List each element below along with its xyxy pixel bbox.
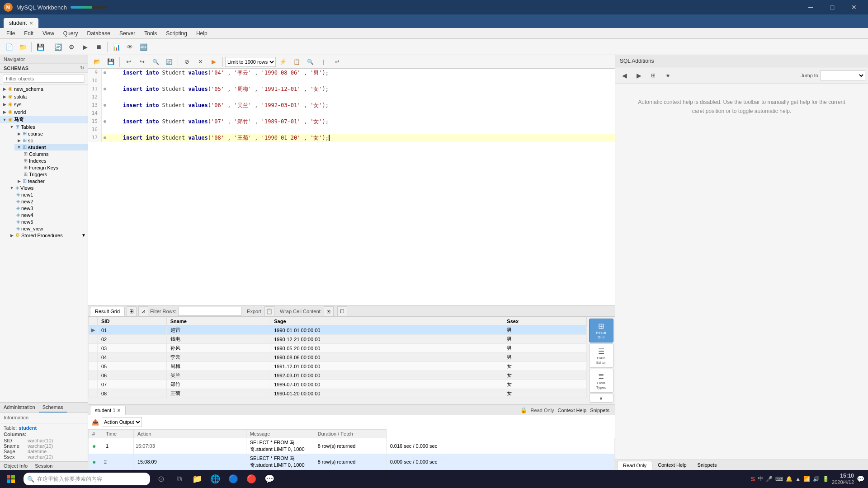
wrap-btn[interactable]: ⊡ [324,306,334,316]
stop-exec-btn[interactable]: ⊘ [180,56,193,68]
table-row[interactable]: ▶ 01 赵雷 1990-01-01 00:00:00 男 [89,326,587,335]
schema-new-schema[interactable]: ▶ ◉ new_schema [0,85,88,93]
search-btn[interactable]: 🔍 [149,56,162,68]
table-student[interactable]: ▼ ⊞ student [14,144,88,150]
view-new2[interactable]: ◈new2 [14,198,88,205]
table-row[interactable]: 08 王菊 1990-01-20 00:00:00 女 [89,389,587,398]
form-icon-btn[interactable]: ⊞ [127,306,137,316]
run-btn[interactable]: ▶ [79,41,91,53]
taskbar-action-center[interactable]: 💬 [857,475,864,483]
visual-btn[interactable]: 👁 [123,41,136,53]
wrap2-btn[interactable]: ↵ [331,56,344,68]
explain-btn[interactable]: 📊 [110,41,123,53]
explain2-btn[interactable]: 📋 [290,56,303,68]
taskbar-icon-edge[interactable]: 🌐 [206,470,224,488]
col-ssex[interactable]: Ssex [503,317,587,326]
refresh2-btn[interactable]: 🔄 [163,56,175,68]
table-row[interactable]: 02 钱电 1990-12-21 00:00:00 男 [89,335,587,344]
additions-star-btn[interactable]: ★ [661,69,674,82]
table-teacher[interactable]: ▶ ⊞ teacher [14,178,88,184]
start-button[interactable] [0,470,22,488]
limit-select[interactable]: Limit to 1000 rows [225,57,276,67]
indexes-node[interactable]: ⊞ Indexes [22,157,88,164]
student-tab-close[interactable]: ✕ [117,408,121,413]
menu-help[interactable]: Help [192,29,212,38]
sql-tab[interactable]: student ✕ [4,18,38,28]
form-editor-btn[interactable]: ☰ Form Editor [589,343,613,367]
table-row[interactable]: 07 郑竹 1989-07-01 00:00:00 女 [89,380,587,389]
export-btn[interactable]: 📋 [264,306,274,316]
taskbar-clock[interactable]: 15:10 2020/4/12 [832,473,854,485]
cancel-btn[interactable]: ✕ [194,56,207,68]
menu-tools[interactable]: Tools [140,29,161,38]
view-new3[interactable]: ◈new3 [14,205,88,211]
tables-node[interactable]: ▼ ⊞ Tables [7,123,88,130]
taskbar-icon-app1[interactable]: 🔴 [242,470,260,488]
more-btn[interactable]: ∨ [589,394,613,403]
menu-server[interactable]: Server [115,29,140,38]
table-course[interactable]: ▶ ⊞ course [14,130,88,137]
additions-read-only-tab[interactable]: Read Only [617,461,652,470]
filter-rows-input[interactable] [178,307,241,316]
table-row[interactable]: 06 吴兰 1992-03-01 00:00:00 女 [89,371,587,380]
menu-query[interactable]: Query [59,29,83,38]
snippets-tab[interactable]: Snippets [590,408,609,413]
taskbar-search[interactable]: 🔍 在这里输入你要搜索的内容 [24,473,150,485]
table-row[interactable]: 05 周梅 1991-12-01 00:00:00 女 [89,362,587,371]
schema-sakila[interactable]: ▶ ◉ sakila [0,93,88,100]
redo-btn[interactable]: ↪ [136,56,148,68]
columns-node[interactable]: ⊞ Columns [22,150,88,157]
taskbar-icon-up[interactable]: ▲ [795,476,801,482]
zoom-btn[interactable]: 🔍 [304,56,316,68]
filter-icon-btn[interactable]: ⊿ [138,306,148,316]
view-new1[interactable]: ◈new1 [14,191,88,198]
taskbar-icon-explorer[interactable]: 📁 [188,470,206,488]
view-new5[interactable]: ◈new5 [14,218,88,225]
schema-maqi[interactable]: ▼ ◉ 马奇 ▼ ⊞ Tables ▶ ⊞ [0,116,88,239]
menu-edit[interactable]: Edit [19,29,38,38]
minimize-button[interactable]: ─ [800,0,821,14]
save-script-btn[interactable]: 💾 [104,56,117,68]
output-row-1[interactable]: ● 1 15:07:03 SELECT * FROM 马奇.student LI… [89,438,615,454]
table-sc[interactable]: ▶ ⊞ sc [14,137,88,144]
schema-world[interactable]: ▶ ◉ world [0,108,88,116]
tab-close-icon[interactable]: ✕ [29,21,33,26]
foreign-keys-node[interactable]: ⊞ Foreign Keys [22,164,88,171]
maximize-button[interactable]: □ [822,0,843,14]
object-info-tab[interactable]: Object Info [0,462,31,470]
student1-tab[interactable]: student 1 ✕ [90,406,126,415]
close-button[interactable]: ✕ [844,0,864,14]
schema-sys[interactable]: ▶ ◉ sys [0,100,88,108]
additions-next-btn[interactable]: ▶ [632,69,645,82]
schemas-refresh-icon[interactable]: ↻ [80,65,84,71]
additions-refresh-btn[interactable]: ⊞ [647,69,660,82]
context-help-tab[interactable]: Context Help [558,408,587,413]
view-new-view[interactable]: ◈new_view [14,225,88,232]
session-tab[interactable]: Session [31,462,56,470]
col-sname[interactable]: Sname [166,317,270,326]
output-row-2[interactable]: ● 2 15:08:09 SELECT * FROM 马奇.student LI… [89,454,615,470]
toggle-btn[interactable]: ☐ [337,306,347,316]
open-btn[interactable]: 📁 [16,41,29,53]
taskbar-icon-cortana[interactable]: ⊙ [152,470,170,488]
exec-btn[interactable]: ▶ [208,56,220,68]
view-new4[interactable]: ◈new4 [14,211,88,218]
table-row[interactable]: 04 李云 1990-08-06 00:00:00 男 [89,353,587,362]
field-types-btn[interactable]: ≣ Field Types [589,369,613,393]
exec-sel-btn[interactable]: ⚡ [277,56,289,68]
menu-file[interactable]: File [2,29,19,38]
col-sage[interactable]: Sage [270,317,503,326]
refresh-btn[interactable]: 🔄 [52,41,64,53]
settings-btn[interactable]: ⚙ [65,41,78,53]
additions-context-help-tab[interactable]: Context Help [652,461,692,470]
taskbar-icon-ie[interactable]: 🔵 [224,470,242,488]
col-sid[interactable]: SID [98,317,167,326]
result-grid-tab[interactable]: Result Grid [90,307,125,316]
stop-btn[interactable]: ⏹ [92,41,105,53]
format-btn[interactable]: 🔤 [137,41,150,53]
additions-prev-btn[interactable]: ◀ [618,69,631,82]
stored-procedures-node[interactable]: ▶ ⚙ Stored Procedures ▼ [7,232,88,239]
views-node[interactable]: ▼ ◈ Views [7,184,88,191]
taskbar-icon-app2[interactable]: 💬 [260,470,278,488]
output-dropdown[interactable]: Action Output [102,417,142,427]
